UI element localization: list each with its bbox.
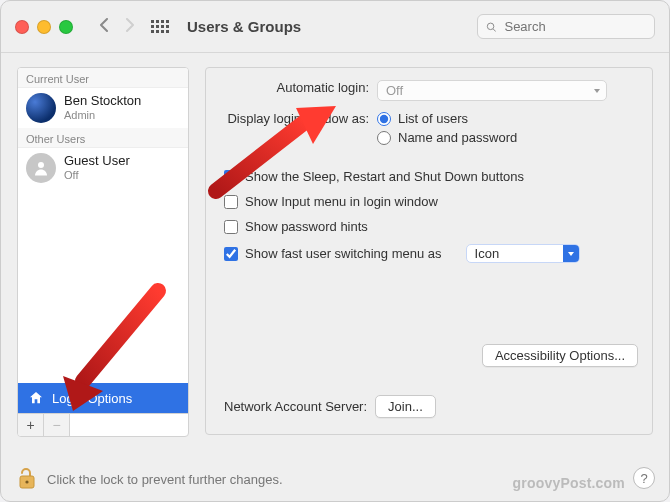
radio-list-of-users[interactable]: List of users <box>377 111 517 126</box>
forward-button[interactable] <box>121 16 139 38</box>
radio-name-and-password[interactable]: Name and password <box>377 130 517 145</box>
svg-point-0 <box>487 23 494 30</box>
unlocked-padlock-icon <box>17 467 37 491</box>
zoom-window-button[interactable] <box>59 20 73 34</box>
avatar <box>26 93 56 123</box>
checkbox-fast-user-switching[interactable]: Show fast user switching menu as <box>224 246 442 261</box>
svg-point-2 <box>38 162 44 168</box>
show-all-prefs-button[interactable] <box>151 20 169 33</box>
automatic-login-select[interactable]: Off <box>377 80 607 101</box>
login-options-panel: Automatic login: Off Display login windo… <box>205 67 653 435</box>
join-button[interactable]: Join... <box>375 395 436 418</box>
user-role: Admin <box>64 109 141 122</box>
traffic-lights <box>15 20 73 34</box>
network-account-server-label: Network Account Server: <box>224 399 367 414</box>
remove-user-button[interactable]: − <box>44 414 70 436</box>
add-user-button[interactable]: + <box>18 414 44 436</box>
avatar <box>26 153 56 183</box>
automatic-login-label: Automatic login: <box>224 80 369 95</box>
page-title: Users & Groups <box>187 18 301 35</box>
lock-button[interactable] <box>17 467 37 491</box>
sidebar-section-other: Other Users <box>18 128 188 148</box>
user-name: Ben Stockton <box>64 94 141 109</box>
users-sidebar: Current User Ben Stockton Admin Other Us… <box>17 67 189 437</box>
user-name: Guest User <box>64 154 130 169</box>
checkbox-show-sleep-restart-shutdown[interactable]: Show the Sleep, Restart and Shut Down bu… <box>224 169 638 184</box>
svg-point-4 <box>25 480 28 483</box>
window-toolbar: Users & Groups <box>1 1 669 53</box>
login-options-label: Login Options <box>52 391 132 406</box>
user-role: Off <box>64 169 130 182</box>
sidebar-item-login-options[interactable]: Login Options <box>18 383 188 413</box>
lock-hint-text: Click the lock to prevent further change… <box>47 472 283 487</box>
watermark: groovyPost.com <box>513 475 626 491</box>
minimize-window-button[interactable] <box>37 20 51 34</box>
checkbox-show-input-menu[interactable]: Show Input menu in login window <box>224 194 638 209</box>
add-remove-bar: + − <box>18 413 188 436</box>
sidebar-section-current: Current User <box>18 68 188 88</box>
svg-line-1 <box>493 28 496 31</box>
help-button[interactable]: ? <box>633 467 655 489</box>
house-icon <box>28 390 44 406</box>
search-field[interactable] <box>477 14 655 39</box>
accessibility-options-button[interactable]: Accessibility Options... <box>482 344 638 367</box>
sidebar-item-guest-user[interactable]: Guest User Off <box>18 148 188 188</box>
display-login-label: Display login window as: <box>224 111 369 126</box>
back-button[interactable] <box>95 16 113 38</box>
checkbox-show-password-hints[interactable]: Show password hints <box>224 219 638 234</box>
close-window-button[interactable] <box>15 20 29 34</box>
fast-user-switching-select[interactable]: Icon <box>466 244 580 263</box>
search-input[interactable] <box>502 18 646 35</box>
sidebar-item-current-user[interactable]: Ben Stockton Admin <box>18 88 188 128</box>
search-icon <box>486 21 496 33</box>
